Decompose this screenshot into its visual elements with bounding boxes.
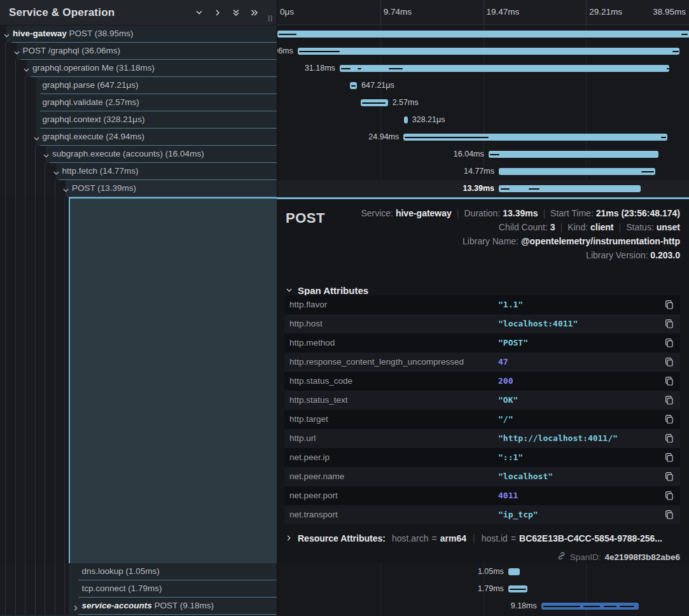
timeline-row: 14.77ms	[277, 163, 689, 180]
span-bar[interactable]	[277, 31, 689, 38]
expander-down-icon[interactable]	[13, 48, 20, 55]
copy-icon[interactable]	[664, 357, 674, 367]
span-bar-mark	[661, 137, 666, 139]
copy-icon[interactable]	[664, 452, 674, 463]
ruler-segment: 19.47ms	[484, 0, 587, 24]
indent-guide	[64, 598, 65, 615]
expander-down-icon[interactable]	[62, 185, 69, 192]
copy-icon[interactable]	[664, 510, 674, 520]
indent-guide	[45, 163, 45, 180]
span-name: http.fetch (14.77ms)	[62, 163, 139, 179]
tree-row[interactable]: graphql.context (328.21μs)	[0, 111, 277, 129]
meta-line: Child Count: 3|Kind: client|Status: unse…	[361, 220, 680, 234]
row-gutter	[0, 163, 56, 180]
tree-row[interactable]: service-accounts POST (9.18ms)	[0, 598, 277, 615]
span-bar[interactable]	[499, 168, 655, 175]
resource-equals: =	[508, 533, 519, 543]
tree-header: Service & Operation ||	[0, 0, 277, 25]
span-bar[interactable]	[499, 185, 641, 192]
expander-down-icon[interactable]	[53, 168, 60, 175]
indent-guide	[25, 77, 25, 94]
span-bar-mark	[389, 68, 403, 70]
span-duration-label: 14.77ms	[464, 163, 494, 180]
span-title: POST	[286, 210, 325, 227]
expander-down-icon[interactable]	[23, 65, 30, 72]
meta-separator: |	[538, 208, 550, 218]
copy-icon[interactable]	[664, 319, 674, 329]
tree-row[interactable]: http.fetch (14.77ms)	[0, 163, 277, 180]
indent-guide	[15, 60, 16, 77]
attribute-key: net.peer.name	[289, 467, 344, 486]
meta-value: 0.203.0	[650, 250, 680, 260]
meta-key: Duration:	[464, 208, 503, 218]
chevron-down-icon[interactable]	[195, 8, 204, 17]
expander-down-icon[interactable]	[33, 134, 40, 141]
indent-guide	[35, 563, 36, 580]
attribute-key: http.flavor	[289, 295, 327, 314]
service-name: hive-gateway	[13, 29, 67, 38]
trace-viewer: Service & Operation || 0μs9.74ms19.47ms2…	[0, 0, 689, 616]
span-attributes-header[interactable]: Span Attributes	[286, 285, 368, 296]
tree-row[interactable]: hive-gateway POST (38.95ms)	[0, 25, 277, 43]
tree-row[interactable]: graphql.validate (2.57ms)	[0, 94, 277, 111]
span-bar[interactable]	[489, 151, 658, 158]
attribute-key: http.response_content_length_uncompresse…	[289, 353, 464, 372]
tree-row[interactable]: graphql.operation Me (31.18ms)	[0, 60, 277, 77]
tree-row[interactable]: graphql.execute (24.94ms)	[0, 129, 277, 146]
ruler-segment: 0μs	[277, 0, 380, 24]
indent-guide	[15, 598, 16, 615]
chevron-right-icon[interactable]	[213, 8, 222, 17]
copy-icon[interactable]	[664, 300, 674, 310]
attribute-key: http.host	[289, 314, 323, 333]
copy-icon[interactable]	[664, 395, 674, 405]
indent-guide	[55, 580, 55, 598]
indent-guide	[45, 580, 45, 598]
tree-row[interactable]: POST /graphql (36.06ms)	[0, 43, 277, 60]
indent-guide	[55, 180, 55, 197]
meta-value: hive-gateway	[396, 208, 452, 218]
tree-row[interactable]: graphql.parse (647.21μs)	[0, 77, 277, 94]
indent-guide	[15, 580, 16, 598]
expander-down-icon[interactable]	[3, 31, 10, 38]
span-bar-mark	[362, 102, 386, 104]
tree-row[interactable]: POST (13.39ms)	[0, 180, 277, 197]
row-underline	[78, 614, 277, 615]
resource-attributes-line[interactable]: Resource Attributes:host.arch=arm64|host…	[286, 533, 662, 543]
attribute-value: "http://localhost:4011/"	[498, 429, 618, 448]
link-icon[interactable]	[557, 551, 566, 563]
copy-icon[interactable]	[664, 472, 674, 482]
attribute-key: http.target	[289, 410, 328, 429]
indent-guide	[15, 94, 16, 111]
indent-guide	[25, 129, 25, 146]
copy-icon[interactable]	[664, 433, 674, 444]
indent-guide	[45, 563, 45, 580]
span-duration-label: 1.05ms	[478, 563, 504, 580]
resource-value: BC62E13B-C4CC-5854-9788-256...	[519, 533, 662, 543]
span-bar-mark	[604, 606, 616, 608]
double-chevron-down-icon[interactable]	[232, 8, 240, 17]
timeline-row: 16.04ms	[277, 146, 689, 163]
attribute-value: 200	[498, 372, 513, 391]
tree-row[interactable]: dns.lookup (1.05ms)	[0, 563, 277, 580]
column-resize-handle[interactable]: ||	[268, 14, 273, 22]
meta-separator: |	[452, 208, 464, 218]
resource-attributes-title: Resource Attributes:	[298, 533, 392, 543]
span-bar-mark	[279, 34, 296, 36]
double-chevron-right-icon[interactable]	[250, 8, 259, 17]
resource-separator: |	[466, 533, 482, 543]
span-bar-mark	[681, 34, 688, 36]
copy-icon[interactable]	[664, 414, 674, 424]
expander-right-icon[interactable]	[73, 603, 80, 610]
span-duration-label: 24.94ms	[368, 129, 399, 146]
indent-guide	[15, 163, 16, 180]
span-bar[interactable]	[298, 48, 679, 55]
copy-icon[interactable]	[664, 338, 674, 348]
span-name: dns.lookup (1.05ms)	[82, 563, 160, 580]
copy-icon[interactable]	[664, 491, 674, 501]
attribute-row: http.status_text"OK"	[284, 391, 680, 410]
tree-row[interactable]: subgraph.execute (accounts) (16.04ms)	[0, 146, 277, 163]
tree-row[interactable]: tcp.connect (1.79ms)	[0, 580, 277, 598]
span-bar[interactable]	[508, 568, 520, 575]
copy-icon[interactable]	[664, 376, 674, 386]
expander-down-icon[interactable]	[43, 151, 50, 158]
